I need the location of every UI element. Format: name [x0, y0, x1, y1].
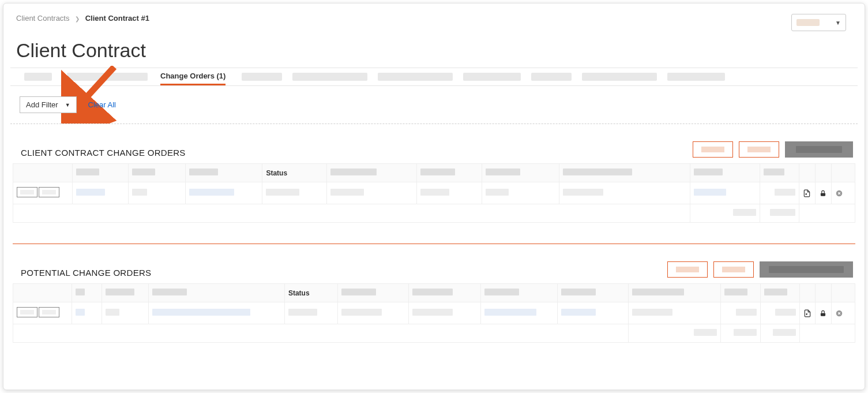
- section-divider: [13, 244, 855, 244]
- cancel-circle-icon[interactable]: [831, 182, 855, 204]
- add-filter-button[interactable]: Add Filter ▼: [20, 96, 77, 113]
- tab-placeholder[interactable]: [463, 73, 521, 81]
- section-actions: [667, 261, 853, 278]
- placeholder: [796, 19, 820, 26]
- tab-placeholder[interactable]: [378, 73, 453, 81]
- row-action-button[interactable]: [17, 187, 37, 197]
- caret-down-icon: ▼: [65, 102, 70, 108]
- section-actions: [693, 141, 853, 158]
- dashed-divider: [10, 123, 858, 124]
- pdf-file-icon[interactable]: [799, 302, 816, 324]
- table-footer-row: [13, 324, 855, 343]
- primary-button[interactable]: [785, 141, 853, 158]
- table-footer-row: [13, 204, 855, 223]
- breadcrumb-root[interactable]: Client Contracts: [16, 14, 69, 23]
- client-change-orders-table: Status: [13, 163, 855, 223]
- table-header-row: Status: [13, 284, 855, 302]
- lock-icon[interactable]: [815, 182, 831, 204]
- tab-placeholder[interactable]: [531, 73, 572, 81]
- tab-placeholder[interactable]: [67, 73, 148, 81]
- table-row: [13, 182, 855, 204]
- table-header-row: Status: [13, 164, 855, 182]
- outline-button[interactable]: [693, 141, 733, 158]
- page-title: Client Contract: [10, 39, 858, 62]
- pdf-file-icon[interactable]: [799, 182, 816, 204]
- lock-icon[interactable]: [816, 302, 832, 324]
- row-action-button[interactable]: [17, 307, 37, 317]
- caret-down-icon: ▼: [835, 20, 841, 26]
- clear-all-link[interactable]: Clear All: [88, 100, 116, 109]
- column-status[interactable]: Status: [266, 169, 287, 177]
- section-title: CLIENT CONTRACT CHANGE ORDERS: [13, 148, 186, 158]
- outline-button[interactable]: [713, 261, 754, 278]
- column-status[interactable]: Status: [288, 289, 310, 297]
- outline-button[interactable]: [739, 141, 779, 158]
- primary-button[interactable]: [760, 261, 853, 278]
- tab-change-orders[interactable]: Change Orders (1): [160, 68, 226, 85]
- table-row: [13, 302, 855, 324]
- tab-placeholder[interactable]: [24, 73, 52, 81]
- page-action-dropdown[interactable]: ▼: [791, 14, 846, 31]
- tab-placeholder[interactable]: [582, 73, 657, 81]
- svg-rect-0: [821, 193, 825, 196]
- outline-button[interactable]: [667, 261, 708, 278]
- breadcrumb-current: Client Contract #1: [85, 14, 149, 23]
- filter-bar: Add Filter ▼ Clear All: [10, 96, 858, 113]
- svg-rect-2: [821, 313, 825, 316]
- tab-placeholder[interactable]: [242, 73, 282, 81]
- tab-placeholder[interactable]: [292, 73, 367, 81]
- section-client-change-orders: CLIENT CONTRACT CHANGE ORDERS Status: [10, 141, 858, 223]
- add-filter-label: Add Filter: [26, 100, 58, 109]
- section-potential-change-orders: POTENTIAL CHANGE ORDERS Status: [10, 261, 858, 343]
- chevron-right-icon: ❯: [75, 16, 80, 22]
- breadcrumb: Client Contracts ❯ Client Contract #1: [10, 14, 149, 23]
- potential-change-orders-table: Status: [13, 283, 855, 343]
- row-action-button[interactable]: [39, 187, 59, 197]
- row-action-button[interactable]: [39, 307, 59, 317]
- tab-placeholder[interactable]: [667, 73, 725, 81]
- cancel-circle-icon[interactable]: [831, 302, 855, 324]
- app-window: Client Contracts ❯ Client Contract #1 ▼ …: [3, 3, 865, 390]
- section-title: POTENTIAL CHANGE ORDERS: [13, 268, 151, 278]
- tabs-bar: Change Orders (1): [10, 68, 858, 86]
